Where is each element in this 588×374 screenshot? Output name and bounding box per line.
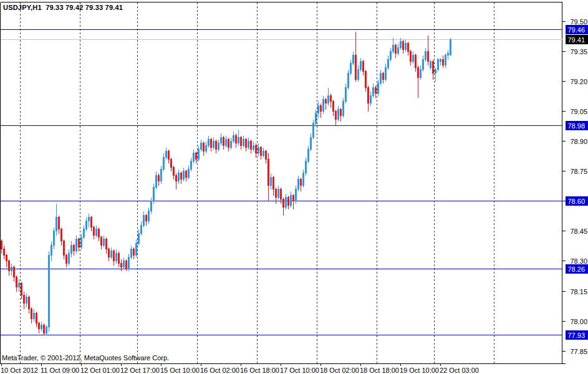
- candle: [223, 136, 224, 150]
- candle: [402, 40, 404, 54]
- candle: [95, 226, 97, 237]
- candle-body-up: [51, 245, 52, 256]
- candle: [387, 55, 389, 70]
- candle: [205, 141, 207, 153]
- candle: [6, 254, 7, 267]
- candle-body-up: [26, 297, 27, 304]
- candle: [138, 229, 140, 246]
- candle: [68, 249, 70, 266]
- candle-body-up: [48, 255, 50, 327]
- candle: [200, 140, 202, 151]
- candle: [415, 54, 417, 72]
- candle: [128, 254, 130, 271]
- candle: [405, 40, 407, 52]
- candle-body-down: [105, 239, 107, 249]
- candle: [422, 55, 424, 72]
- candle-body-down: [185, 171, 187, 178]
- chart-symbol-title: USDJPY,H1 79.33 79.42 79.33 79.41: [3, 4, 123, 11]
- candlestick-chart-surface[interactable]: 79.5079.3579.2079.0578.9078.7578.6078.45…: [0, 0, 588, 374]
- candle-body-down: [245, 139, 247, 148]
- candle-body-up: [213, 141, 214, 148]
- candle-body-down: [325, 99, 327, 103]
- candle-body-up: [347, 73, 349, 88]
- candle-body-down: [173, 167, 175, 176]
- price-axis[interactable]: 79.5079.3579.2079.0578.9078.7578.6078.45…: [562, 18, 588, 355]
- candle-body-up: [253, 145, 254, 150]
- candle-body-up: [310, 137, 312, 150]
- candle-body-down: [228, 139, 229, 148]
- candle-body-down: [375, 87, 377, 94]
- mt4-chart-window: 79.5079.3579.2079.0578.9078.7578.6078.45…: [0, 0, 588, 374]
- candle: [345, 84, 347, 103]
- candle-body-down: [407, 43, 409, 52]
- candle: [365, 70, 367, 92]
- candle: [302, 170, 304, 188]
- candle-body-up: [218, 143, 219, 150]
- candle: [148, 208, 150, 224]
- candle: [38, 322, 40, 333]
- candle-body-down: [125, 261, 127, 269]
- candle-body-up: [435, 69, 436, 74]
- candle-body-up: [138, 233, 140, 244]
- candle: [16, 276, 17, 292]
- candle-body-up: [297, 179, 299, 189]
- candle: [432, 60, 434, 80]
- candle: [90, 216, 92, 231]
- candle-body-up: [55, 217, 57, 231]
- candle-body-down: [235, 135, 237, 143]
- candle: [347, 70, 349, 90]
- candle: [290, 191, 292, 208]
- candle-body-down: [250, 141, 252, 150]
- candle: [267, 153, 269, 201]
- candle-body-down: [113, 251, 115, 261]
- candle: [395, 44, 397, 58]
- candle-body-up: [85, 221, 87, 229]
- candle: [105, 237, 107, 254]
- candle-body-down: [355, 55, 357, 80]
- candle: [208, 136, 210, 148]
- candle: [215, 140, 217, 153]
- candle-body-up: [357, 69, 359, 80]
- price-axis-label: 79.20: [571, 78, 588, 85]
- candle: [125, 259, 127, 271]
- candle: [70, 241, 72, 257]
- candle: [390, 48, 392, 62]
- candle-body-up: [295, 189, 297, 201]
- candle-body-down: [287, 197, 289, 206]
- candle-body-up: [190, 161, 192, 170]
- candle-body-up: [11, 267, 12, 271]
- candle-body-up: [422, 59, 424, 70]
- candle-body-down: [6, 255, 7, 261]
- time-axis-label: 18 Oct 02:00: [320, 367, 359, 374]
- candle: [322, 96, 324, 113]
- time-axis[interactable]: 10 Oct 201211 Oct 09:0012 Oct 01:0012 Oc…: [1, 364, 479, 374]
- candle-body-down: [100, 237, 102, 246]
- candle: [100, 236, 102, 249]
- candle-body-up: [200, 143, 202, 150]
- candle: [225, 136, 227, 148]
- candle: [352, 52, 354, 65]
- candle-body-down: [432, 61, 434, 74]
- time-axis-label: 16 Oct 02:00: [200, 367, 239, 374]
- candle-body-up: [33, 313, 35, 319]
- candle-body-up: [230, 141, 232, 148]
- candle: [282, 198, 284, 216]
- candle: [325, 98, 327, 110]
- candle: [143, 211, 145, 228]
- candle-body-down: [8, 261, 10, 271]
- candle: [228, 138, 229, 151]
- candle: [412, 52, 414, 64]
- candle: [292, 194, 294, 209]
- candle-body-up: [285, 197, 287, 208]
- candle: [175, 173, 177, 189]
- candle: [253, 141, 254, 151]
- candle-body-down: [43, 325, 45, 333]
- candle-body-up: [397, 47, 399, 54]
- candle-body-down: [23, 295, 25, 304]
- candle: [250, 140, 252, 153]
- candle: [350, 60, 352, 75]
- price-axis-label: 78.30: [571, 257, 588, 265]
- candle-body-down: [410, 51, 412, 62]
- time-axis-label: 11 Oct 09:00: [41, 367, 79, 374]
- candle-body-down: [170, 159, 172, 168]
